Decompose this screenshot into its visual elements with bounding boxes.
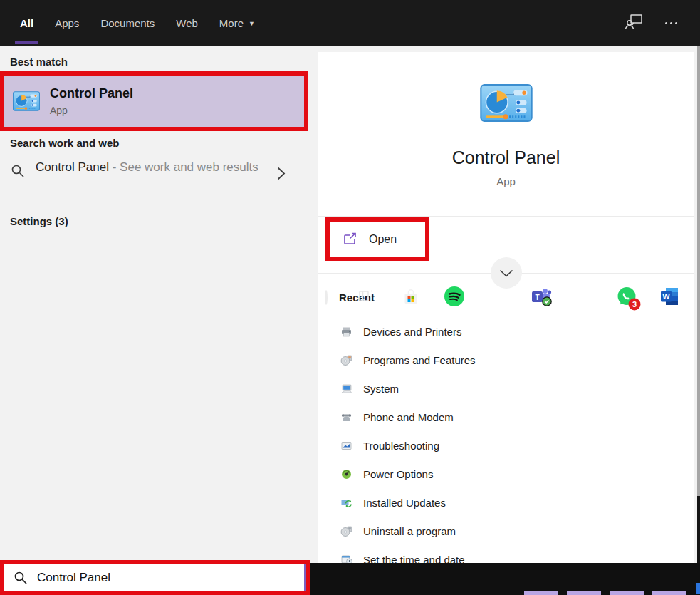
- teams-icon[interactable]: T: [531, 286, 552, 310]
- recent-item-power-options[interactable]: Power Options: [318, 460, 694, 488]
- open-button-label: Open: [369, 233, 397, 246]
- task-view-icon[interactable]: [357, 287, 376, 309]
- recent-item-system[interactable]: System: [318, 374, 694, 403]
- disc-box-icon: [340, 354, 352, 366]
- recent-item-devices-printers[interactable]: Devices and Printers: [318, 317, 694, 346]
- feedback-icon[interactable]: [625, 13, 644, 33]
- best-match-subtitle: App: [50, 105, 133, 116]
- update-arrows-icon: [340, 497, 352, 509]
- recent-item-set-time-date[interactable]: Set the time and date: [318, 545, 694, 563]
- printer-icon: [340, 326, 352, 338]
- preview-app-title: Control Panel: [318, 148, 694, 168]
- recent-item-phone-modem[interactable]: Phone and Modem: [318, 403, 694, 431]
- phone-icon: [340, 411, 352, 423]
- recent-item-uninstall-program[interactable]: Uninstall a program: [318, 517, 694, 545]
- more-options-icon[interactable]: [662, 19, 680, 27]
- clock-calendar-icon: [340, 554, 352, 564]
- recent-item-troubleshooting[interactable]: Troubleshooting: [318, 431, 694, 460]
- recent-item-installed-updates[interactable]: Installed Updates: [318, 488, 694, 517]
- computer-icon: [340, 383, 352, 395]
- svg-text:T: T: [535, 293, 539, 301]
- cortana-icon[interactable]: [325, 291, 328, 304]
- diagnostic-chart-icon: [340, 440, 352, 452]
- web-search-suggestion[interactable]: Control Panel - See work and web results: [0, 157, 315, 207]
- whatsapp-badge: 3: [629, 298, 641, 310]
- running-indicator-whatsapp: [610, 591, 644, 595]
- control-panel-icon: [480, 84, 533, 122]
- svg-text:W: W: [662, 292, 670, 301]
- cortana-ring-icon: [325, 290, 328, 305]
- disc-box-icon: [340, 525, 352, 537]
- tab-apps[interactable]: Apps: [55, 0, 79, 46]
- suggestion-hint: - See work and web results: [109, 160, 258, 174]
- divider: [318, 216, 694, 217]
- recent-list: Devices and Printers Programs and Featur…: [318, 317, 694, 563]
- tab-documents[interactable]: Documents: [100, 0, 155, 46]
- tab-all[interactable]: All: [20, 0, 33, 46]
- tab-web[interactable]: Web: [176, 0, 198, 46]
- best-match-header: Best match: [10, 56, 68, 68]
- windows-search-flyout: All Apps Documents Web More▼ Best match: [0, 0, 700, 595]
- search-results-panel: Best match Control Panel App S: [0, 46, 315, 563]
- chevron-right-icon[interactable]: [277, 167, 286, 180]
- settings-header: Settings (3): [10, 215, 68, 227]
- word-icon[interactable]: W: [659, 286, 679, 309]
- running-indicator-chrome: [567, 591, 601, 595]
- whatsapp-icon[interactable]: 3: [617, 286, 637, 309]
- tab-more[interactable]: More▼: [219, 0, 255, 46]
- taskbar-search-box[interactable]: [0, 560, 310, 595]
- power-gauge-icon: [340, 468, 352, 480]
- dropdown-arrow-icon: ▼: [249, 20, 255, 27]
- filter-tabs: All Apps Documents Web More▼: [20, 0, 255, 46]
- chevron-down-icon: [499, 269, 513, 277]
- open-button[interactable]: Open: [325, 217, 429, 261]
- search-input[interactable]: [37, 571, 272, 585]
- control-panel-icon: [13, 91, 40, 111]
- search-filter-bar: All Apps Documents Web More▼: [0, 0, 700, 46]
- preview-app-subtitle: App: [318, 175, 694, 187]
- suggestion-query: Control Panel: [36, 160, 109, 174]
- screen-edge: [697, 46, 700, 563]
- best-match-title: Control Panel: [50, 86, 133, 101]
- spotify-icon[interactable]: [444, 286, 464, 309]
- search-web-header: Search work and web: [10, 137, 119, 149]
- recent-item-programs-features[interactable]: Programs and Features: [318, 346, 694, 374]
- open-external-icon: [342, 232, 358, 247]
- microsoft-store-icon[interactable]: [401, 286, 421, 309]
- search-icon: [14, 571, 28, 585]
- running-indicator-word: [652, 591, 686, 595]
- search-icon: [11, 164, 25, 178]
- expand-preview-button[interactable]: [491, 257, 522, 289]
- running-indicator-teams: [524, 591, 558, 595]
- best-match-result[interactable]: Control Panel App: [0, 71, 308, 131]
- screen-edge-accent: [696, 583, 700, 594]
